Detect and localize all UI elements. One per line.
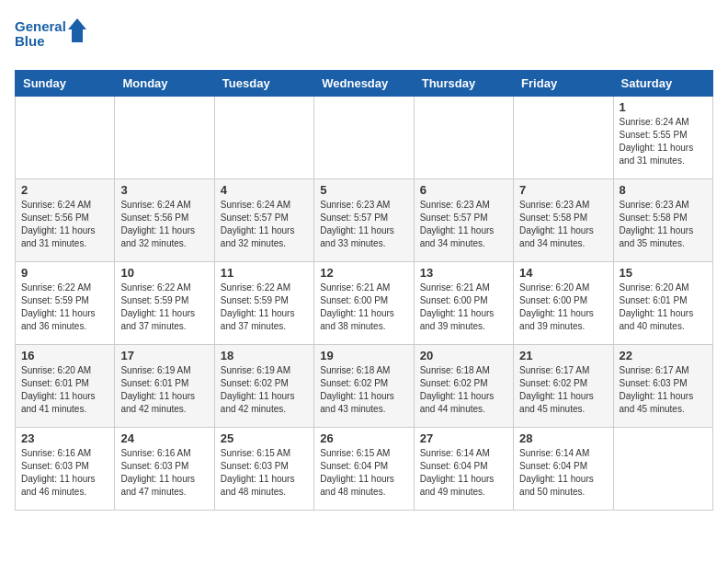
day-number: 15: [620, 266, 707, 280]
day-number: 24: [120, 431, 208, 445]
day-info: Sunrise: 6:15 AM Sunset: 6:03 PM Dayligh…: [221, 447, 308, 499]
day-info: Sunrise: 6:24 AM Sunset: 5:56 PM Dayligh…: [21, 199, 108, 250]
day-number: 18: [221, 349, 308, 362]
day-number: 1: [620, 100, 707, 114]
day-number: 17: [120, 349, 208, 362]
calendar-cell: 7Sunrise: 6:23 AM Sunset: 5:58 PM Daylig…: [514, 179, 613, 262]
day-info: Sunrise: 6:16 AM Sunset: 6:03 PM Dayligh…: [120, 447, 208, 499]
day-info: Sunrise: 6:20 AM Sunset: 6:01 PM Dayligh…: [620, 282, 707, 333]
day-info: Sunrise: 6:23 AM Sunset: 5:57 PM Dayligh…: [320, 199, 407, 250]
day-number: 6: [420, 183, 507, 197]
day-number: 8: [620, 183, 707, 197]
day-info: Sunrise: 6:14 AM Sunset: 6:04 PM Dayligh…: [420, 447, 507, 499]
calendar-day-header: Thursday: [414, 71, 513, 97]
day-info: Sunrise: 6:23 AM Sunset: 5:58 PM Dayligh…: [620, 199, 707, 250]
calendar-cell: 4Sunrise: 6:24 AM Sunset: 5:57 PM Daylig…: [214, 179, 313, 262]
day-number: 27: [420, 431, 507, 445]
day-info: Sunrise: 6:24 AM Sunset: 5:57 PM Dayligh…: [221, 199, 308, 250]
day-number: 23: [21, 431, 108, 445]
calendar-cell: [414, 97, 513, 179]
day-info: Sunrise: 6:24 AM Sunset: 5:55 PM Dayligh…: [620, 116, 707, 167]
calendar-cell: [613, 428, 712, 511]
calendar-cell: [214, 97, 313, 179]
calendar-cell: 24Sunrise: 6:16 AM Sunset: 6:03 PM Dayli…: [115, 428, 214, 511]
day-number: 5: [320, 183, 407, 197]
calendar-cell: 6Sunrise: 6:23 AM Sunset: 5:57 PM Daylig…: [414, 179, 513, 262]
day-info: Sunrise: 6:18 AM Sunset: 6:02 PM Dayligh…: [320, 364, 407, 416]
day-info: Sunrise: 6:22 AM Sunset: 5:59 PM Dayligh…: [120, 282, 208, 333]
svg-marker-2: [68, 18, 86, 42]
calendar-cell: 20Sunrise: 6:18 AM Sunset: 6:02 PM Dayli…: [414, 345, 513, 428]
calendar-table: SundayMondayTuesdayWednesdayThursdayFrid…: [15, 70, 713, 511]
day-info: Sunrise: 6:23 AM Sunset: 5:57 PM Dayligh…: [420, 199, 507, 250]
calendar-week-row: 9Sunrise: 6:22 AM Sunset: 5:59 PM Daylig…: [16, 262, 713, 345]
day-info: Sunrise: 6:14 AM Sunset: 6:04 PM Dayligh…: [519, 447, 607, 499]
day-info: Sunrise: 6:15 AM Sunset: 6:04 PM Dayligh…: [320, 447, 407, 499]
calendar-day-header: Monday: [115, 71, 214, 97]
calendar-cell: 10Sunrise: 6:22 AM Sunset: 5:59 PM Dayli…: [115, 262, 214, 345]
day-info: Sunrise: 6:19 AM Sunset: 6:01 PM Dayligh…: [120, 364, 208, 416]
day-info: Sunrise: 6:22 AM Sunset: 5:59 PM Dayligh…: [21, 282, 108, 333]
day-number: 2: [21, 183, 108, 197]
calendar-day-header: Wednesday: [314, 71, 414, 97]
calendar-header-row: SundayMondayTuesdayWednesdayThursdayFrid…: [16, 71, 713, 97]
day-number: 11: [221, 266, 308, 280]
day-number: 19: [320, 349, 407, 362]
svg-text:Blue: Blue: [15, 33, 45, 49]
calendar-cell: 21Sunrise: 6:17 AM Sunset: 6:02 PM Dayli…: [514, 345, 613, 428]
calendar-cell: 14Sunrise: 6:20 AM Sunset: 6:00 PM Dayli…: [514, 262, 613, 345]
day-info: Sunrise: 6:17 AM Sunset: 6:03 PM Dayligh…: [620, 364, 707, 416]
calendar-body: 1Sunrise: 6:24 AM Sunset: 5:55 PM Daylig…: [16, 97, 713, 511]
calendar-cell: 16Sunrise: 6:20 AM Sunset: 6:01 PM Dayli…: [16, 345, 115, 428]
calendar-cell: 2Sunrise: 6:24 AM Sunset: 5:56 PM Daylig…: [16, 179, 115, 262]
calendar-week-row: 2Sunrise: 6:24 AM Sunset: 5:56 PM Daylig…: [16, 179, 713, 262]
calendar-cell: 5Sunrise: 6:23 AM Sunset: 5:57 PM Daylig…: [314, 179, 414, 262]
day-number: 7: [519, 183, 607, 197]
day-info: Sunrise: 6:16 AM Sunset: 6:03 PM Dayligh…: [21, 447, 108, 499]
day-info: Sunrise: 6:19 AM Sunset: 6:02 PM Dayligh…: [221, 364, 308, 416]
calendar-cell: 11Sunrise: 6:22 AM Sunset: 5:59 PM Dayli…: [214, 262, 313, 345]
calendar-cell: 15Sunrise: 6:20 AM Sunset: 6:01 PM Dayli…: [613, 262, 712, 345]
svg-text:General: General: [15, 18, 66, 34]
day-info: Sunrise: 6:24 AM Sunset: 5:56 PM Dayligh…: [120, 199, 208, 250]
day-info: Sunrise: 6:20 AM Sunset: 6:01 PM Dayligh…: [21, 364, 108, 416]
calendar-cell: 25Sunrise: 6:15 AM Sunset: 6:03 PM Dayli…: [214, 428, 313, 511]
day-number: 12: [320, 266, 407, 280]
day-number: 4: [221, 183, 308, 197]
calendar-cell: [514, 97, 613, 179]
day-number: 25: [221, 431, 308, 445]
logo: General Blue: [15, 15, 88, 59]
calendar-day-header: Saturday: [613, 71, 712, 97]
calendar-cell: 19Sunrise: 6:18 AM Sunset: 6:02 PM Dayli…: [314, 345, 414, 428]
day-info: Sunrise: 6:18 AM Sunset: 6:02 PM Dayligh…: [420, 364, 507, 416]
day-info: Sunrise: 6:23 AM Sunset: 5:58 PM Dayligh…: [519, 199, 607, 250]
day-number: 26: [320, 431, 407, 445]
calendar-cell: 26Sunrise: 6:15 AM Sunset: 6:04 PM Dayli…: [314, 428, 414, 511]
calendar-day-header: Tuesday: [214, 71, 313, 97]
day-number: 9: [21, 266, 108, 280]
day-info: Sunrise: 6:17 AM Sunset: 6:02 PM Dayligh…: [519, 364, 607, 416]
calendar-cell: 12Sunrise: 6:21 AM Sunset: 6:00 PM Dayli…: [314, 262, 414, 345]
logo-svg: General Blue: [15, 15, 88, 59]
day-number: 16: [21, 349, 108, 362]
calendar-cell: 13Sunrise: 6:21 AM Sunset: 6:00 PM Dayli…: [414, 262, 513, 345]
day-number: 13: [420, 266, 507, 280]
calendar-cell: [115, 97, 214, 179]
day-number: 21: [519, 349, 607, 362]
calendar-cell: 8Sunrise: 6:23 AM Sunset: 5:58 PM Daylig…: [613, 179, 712, 262]
day-number: 14: [519, 266, 607, 280]
calendar-day-header: Sunday: [16, 71, 115, 97]
calendar-cell: 23Sunrise: 6:16 AM Sunset: 6:03 PM Dayli…: [16, 428, 115, 511]
calendar-week-row: 16Sunrise: 6:20 AM Sunset: 6:01 PM Dayli…: [16, 345, 713, 428]
day-number: 10: [120, 266, 208, 280]
calendar-week-row: 1Sunrise: 6:24 AM Sunset: 5:55 PM Daylig…: [16, 97, 713, 179]
day-info: Sunrise: 6:20 AM Sunset: 6:00 PM Dayligh…: [519, 282, 607, 333]
day-number: 20: [420, 349, 507, 362]
calendar-week-row: 23Sunrise: 6:16 AM Sunset: 6:03 PM Dayli…: [16, 428, 713, 511]
day-number: 28: [519, 431, 607, 445]
day-number: 22: [620, 349, 707, 362]
day-number: 3: [120, 183, 208, 197]
day-info: Sunrise: 6:21 AM Sunset: 6:00 PM Dayligh…: [320, 282, 407, 333]
calendar-cell: 3Sunrise: 6:24 AM Sunset: 5:56 PM Daylig…: [115, 179, 214, 262]
calendar-cell: 9Sunrise: 6:22 AM Sunset: 5:59 PM Daylig…: [16, 262, 115, 345]
